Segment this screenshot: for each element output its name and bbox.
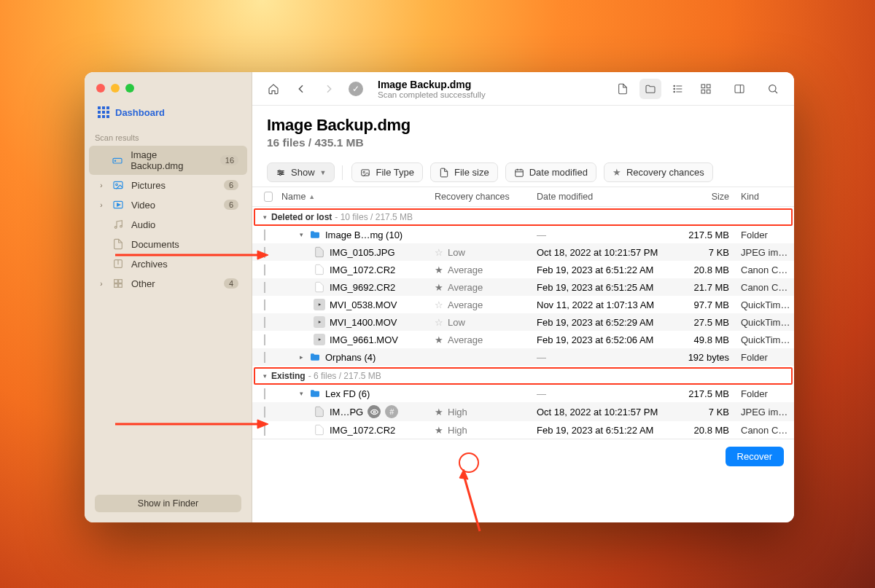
chevron-down-icon[interactable]: ▾: [298, 390, 305, 397]
date-modified-cell: Feb 19, 2023 at 6:52:29 AM: [532, 317, 671, 328]
table-row[interactable]: IMG_9692.CR2★AverageFeb 19, 2023 at 6:51…: [252, 278, 794, 296]
kind-cell: Canon CR…: [736, 425, 794, 436]
sidebar-section-label: Scan results: [85, 126, 252, 145]
sidebar-item-other[interactable]: ›Other4: [89, 274, 247, 293]
sidebar-item-label: Documents: [131, 239, 179, 250]
show-filter-button[interactable]: Show ▼: [267, 162, 335, 182]
col-kind[interactable]: Kind: [736, 192, 794, 202]
date-modified-filter[interactable]: Date modified: [505, 162, 596, 182]
table-header: Name▲ Recovery chances Date modified Siz…: [252, 187, 794, 207]
row-checkbox[interactable]: [264, 230, 265, 240]
sidebar-item-badge: 16: [220, 155, 238, 165]
file-name: MVI_1400.MOV: [330, 317, 397, 328]
table-row[interactable]: IMG_0105.JPG☆LowOct 18, 2022 at 10:21:57…: [252, 243, 794, 261]
sidebar-item-audio[interactable]: Audio: [89, 215, 247, 234]
view-folder-button[interactable]: [639, 79, 661, 99]
table-row[interactable]: ▾Image B…mg (10)—217.5 MBFolder: [252, 226, 794, 243]
recovery-chances-filter[interactable]: ★ Recovery chances: [604, 162, 713, 182]
row-checkbox[interactable]: [264, 299, 265, 310]
home-button[interactable]: [262, 79, 284, 99]
size-cell: 217.5 MB: [671, 388, 736, 399]
minimize-window-button[interactable]: [111, 84, 120, 93]
sidebar-item-archives[interactable]: Archives: [89, 254, 247, 273]
table-row[interactable]: MVI_1400.MOV☆LowFeb 19, 2023 at 6:52:29 …: [252, 313, 794, 331]
row-checkbox[interactable]: [264, 388, 265, 399]
file-size-filter[interactable]: File size: [430, 162, 498, 182]
table-row[interactable]: IMG_1072.CR2★AverageFeb 19, 2023 at 6:51…: [252, 261, 794, 278]
table-row[interactable]: ▸Orphans (4)—192 bytesFolder: [252, 348, 794, 366]
kind-cell: Folder: [736, 388, 794, 399]
svg-marker-5: [117, 203, 120, 206]
row-checkbox[interactable]: [264, 407, 265, 418]
show-in-finder-button[interactable]: Show in Finder: [95, 495, 241, 512]
recover-button[interactable]: Recover: [726, 447, 784, 466]
svg-point-31: [279, 170, 280, 171]
back-button[interactable]: [290, 79, 312, 99]
row-checkbox[interactable]: [264, 425, 265, 436]
window-subtitle: Scan completed successfully: [378, 90, 486, 99]
row-checkbox[interactable]: [264, 352, 265, 363]
view-list-button[interactable]: [667, 79, 689, 99]
sidebar-item-image-backup-dmg[interactable]: Image Backup.dmg16: [89, 146, 247, 175]
col-date[interactable]: Date modified: [532, 192, 671, 202]
size-cell: 20.8 MB: [671, 425, 736, 436]
row-checkbox[interactable]: [264, 264, 265, 275]
row-checkbox[interactable]: [264, 247, 265, 258]
raw-file-icon: [314, 264, 325, 275]
row-checkbox[interactable]: [264, 334, 265, 345]
svg-rect-13: [119, 284, 122, 288]
col-name[interactable]: Name▲: [277, 192, 430, 202]
window-title: Image Backup.dmg: [378, 79, 486, 90]
star-filled-icon: ★: [435, 407, 443, 418]
svg-point-3: [116, 184, 118, 186]
sidebar-item-video[interactable]: ›Video6: [89, 195, 247, 214]
forward-button[interactable]: [318, 79, 340, 99]
hex-icon[interactable]: #: [385, 405, 398, 418]
size-cell: 7 KB: [671, 247, 736, 258]
chevron-right-icon[interactable]: ▸: [298, 353, 305, 361]
file-type-filter[interactable]: File Type: [351, 162, 423, 182]
sidebar-item-label: Video: [131, 200, 155, 211]
col-recovery[interactable]: Recovery chances: [430, 192, 532, 202]
kind-cell: QuickTim…: [736, 334, 794, 345]
sidebar-item-label: Audio: [131, 219, 155, 230]
row-checkbox[interactable]: [264, 317, 265, 328]
view-file-button[interactable]: [612, 79, 634, 99]
arc-icon: [112, 258, 124, 270]
sidebar-item-documents[interactable]: Documents: [89, 235, 247, 254]
table-row[interactable]: IM…PG #★HighOct 18, 2022 at 10:21:57 PM7…: [252, 402, 794, 421]
chevron-down-icon[interactable]: ▾: [298, 231, 305, 238]
svg-point-35: [364, 171, 365, 173]
toggle-preview-pane-button[interactable]: [728, 79, 750, 99]
table-row[interactable]: IMG_1072.CR2★HighFeb 19, 2023 at 6:51:22…: [252, 421, 794, 439]
sidebar-item-pictures[interactable]: ›Pictures6: [89, 176, 247, 195]
date-modified-cell: Oct 18, 2022 at 10:21:57 PM: [532, 247, 671, 258]
table-row[interactable]: ▾Lex FD (6)—217.5 MBFolder: [252, 385, 794, 402]
col-size[interactable]: Size: [671, 192, 736, 202]
toolbar: ✓ Image Backup.dmg Scan completed succes…: [252, 72, 794, 106]
row-checkbox[interactable]: [264, 282, 265, 293]
doc-icon: [112, 238, 124, 250]
section-header[interactable]: ▾ Deleted or lost - 10 files / 217.5 MB: [254, 208, 793, 226]
dashboard-link[interactable]: Dashboard: [89, 103, 247, 125]
sidebar-item-label: Archives: [131, 259, 168, 270]
oth-icon: [112, 278, 124, 289]
raw-file-icon: [314, 281, 325, 293]
date-modified-cell: Feb 19, 2023 at 6:52:06 AM: [532, 334, 671, 345]
close-window-button[interactable]: [96, 84, 105, 93]
table-row[interactable]: MVI_0538.MOV☆AverageNov 11, 2022 at 1:07…: [252, 296, 794, 313]
select-all-checkbox[interactable]: [264, 192, 273, 202]
mov-file-icon: [314, 316, 325, 328]
view-grid-button[interactable]: [695, 79, 717, 99]
size-cell: 192 bytes: [671, 352, 736, 363]
section-header[interactable]: ▾ Existing - 6 files / 217.5 MB: [254, 367, 793, 385]
preview-icon[interactable]: [368, 405, 381, 418]
recovery-chance-label: Average: [448, 264, 483, 275]
table-row[interactable]: IMG_9661.MOV★AverageFeb 19, 2023 at 6:52…: [252, 331, 794, 348]
size-cell: 49.8 MB: [671, 334, 736, 345]
svg-point-33: [279, 173, 281, 175]
search-button[interactable]: [762, 79, 784, 99]
star-half-icon: ★: [435, 282, 443, 293]
filter-bar: Show ▼ File Type File size Date modified…: [252, 152, 794, 187]
zoom-window-button[interactable]: [125, 84, 134, 93]
